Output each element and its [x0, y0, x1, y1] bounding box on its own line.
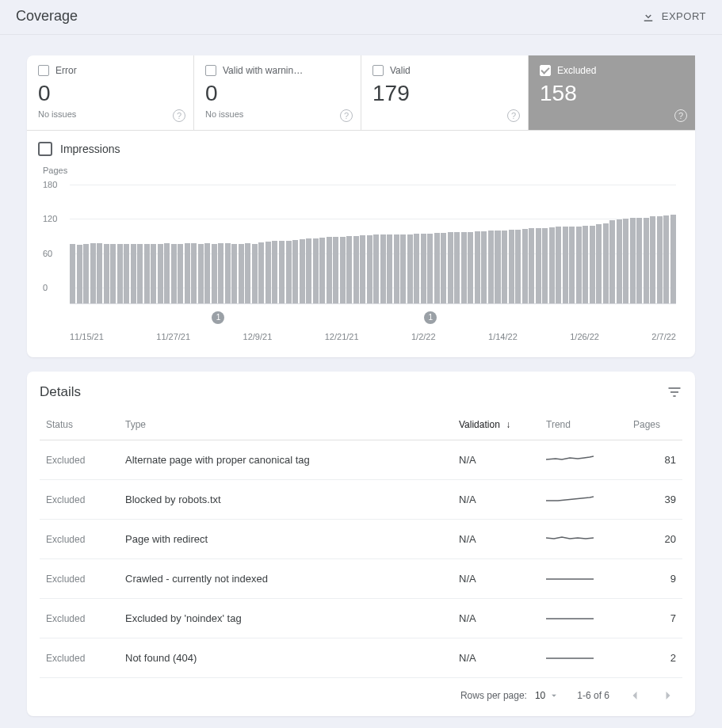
col-validation[interactable]: Validation ↓: [453, 410, 540, 440]
chart-bar[interactable]: [265, 242, 271, 303]
chart-bar[interactable]: [400, 234, 406, 303]
table-row[interactable]: Excluded Crawled - currently not indexed…: [40, 559, 682, 599]
chart-bar[interactable]: [529, 228, 534, 303]
tab-error[interactable]: Error 0 No issues ?: [27, 55, 193, 130]
table-row[interactable]: Excluded Excluded by 'noindex' tag N/A 7: [40, 599, 682, 638]
chart-bar[interactable]: [596, 224, 602, 303]
filter-icon[interactable]: [667, 384, 682, 400]
chart-bar[interactable]: [313, 238, 319, 303]
chart-bar[interactable]: [117, 244, 123, 303]
chart-bar[interactable]: [380, 234, 386, 303]
chart-bar[interactable]: [583, 226, 588, 303]
chart-bar[interactable]: [77, 245, 82, 303]
chart-bar[interactable]: [164, 243, 170, 303]
chart-bar[interactable]: [319, 238, 325, 303]
chart-bar[interactable]: [218, 243, 223, 303]
chart-bar[interactable]: [300, 239, 305, 303]
chart-bar[interactable]: [239, 244, 244, 303]
chart-bar[interactable]: [340, 237, 346, 304]
chart-bar[interactable]: [481, 231, 487, 303]
tab-valid[interactable]: Valid 179 ?: [361, 55, 528, 130]
chart-bar[interactable]: [204, 243, 210, 303]
chart-bar[interactable]: [151, 244, 156, 303]
chart-bar[interactable]: [441, 233, 446, 303]
chart-bar[interactable]: [387, 234, 392, 303]
chart-bar[interactable]: [104, 244, 109, 303]
chart-bar[interactable]: [360, 235, 365, 303]
chart-bar[interactable]: [576, 227, 582, 304]
chart-bar[interactable]: [292, 240, 298, 303]
chart-bar[interactable]: [367, 235, 372, 303]
chart-bar[interactable]: [131, 244, 136, 303]
chart-bar[interactable]: [279, 241, 285, 303]
pager-prev[interactable]: [627, 688, 643, 703]
help-icon[interactable]: ?: [340, 109, 353, 122]
chart-bar[interactable]: [231, 244, 237, 303]
chart-bar[interactable]: [158, 244, 163, 303]
chart-bar[interactable]: [327, 237, 332, 303]
chart-bar[interactable]: [144, 244, 150, 303]
chart-bar[interactable]: [178, 244, 183, 303]
pager-next[interactable]: [660, 688, 676, 703]
chart-bar[interactable]: [590, 226, 595, 303]
chart-bar[interactable]: [373, 234, 379, 303]
tab-warning[interactable]: Valid with warnin… 0 No issues ?: [193, 55, 361, 130]
chart-bar[interactable]: [137, 244, 143, 303]
chart-bar[interactable]: [97, 243, 102, 303]
col-pages[interactable]: Pages: [627, 410, 682, 440]
chart-bar[interactable]: [333, 237, 338, 304]
chart-bar[interactable]: [549, 227, 555, 303]
tab-excluded[interactable]: Excluded 158 ?: [528, 55, 695, 130]
chart-bar[interactable]: [515, 230, 521, 303]
chart-bar[interactable]: [272, 241, 277, 303]
chart-bar[interactable]: [414, 234, 419, 303]
chart-bar[interactable]: [346, 236, 352, 303]
chart-bar[interactable]: [536, 228, 541, 303]
chart-bar[interactable]: [495, 231, 500, 303]
chart-bar[interactable]: [198, 244, 204, 303]
export-button[interactable]: EXPORT: [641, 10, 706, 24]
chart-bar[interactable]: [657, 216, 663, 304]
chart-bar[interactable]: [434, 233, 440, 303]
chart-bar[interactable]: [569, 227, 575, 304]
chart-bar[interactable]: [252, 244, 258, 303]
chart-bar[interactable]: [522, 229, 528, 303]
chart-bar[interactable]: [650, 216, 655, 303]
chart-bar[interactable]: [636, 218, 642, 303]
col-trend[interactable]: Trend: [540, 410, 627, 440]
chart-bar[interactable]: [124, 244, 129, 303]
table-row[interactable]: Excluded Not found (404) N/A 2: [40, 638, 682, 678]
chart-bar[interactable]: [83, 244, 89, 303]
table-row[interactable]: Excluded Blocked by robots.txt N/A 39: [40, 480, 682, 520]
chart-event-marker[interactable]: 1: [212, 311, 224, 324]
table-row[interactable]: Excluded Alternate page with proper cano…: [40, 440, 682, 480]
chart-bar[interactable]: [353, 236, 359, 303]
chart-bar[interactable]: [461, 232, 467, 303]
chart-bar[interactable]: [542, 228, 548, 303]
chart-bar[interactable]: [644, 218, 649, 303]
chart-bar[interactable]: [475, 231, 480, 303]
chart-bar[interactable]: [225, 243, 231, 303]
chart-bar[interactable]: [630, 218, 636, 303]
chart-bar[interactable]: [448, 232, 453, 303]
help-icon[interactable]: ?: [674, 109, 687, 122]
chart-bar[interactable]: [286, 241, 292, 303]
chart-bar[interactable]: [623, 219, 628, 303]
chart-bar[interactable]: [556, 227, 561, 303]
chart-bar[interactable]: [110, 244, 116, 303]
chart-bar[interactable]: [306, 238, 311, 303]
chart-bar[interactable]: [468, 232, 473, 303]
chart-bar[interactable]: [509, 230, 514, 303]
chart-bar[interactable]: [488, 231, 494, 303]
chart-bar[interactable]: [212, 244, 217, 303]
table-row[interactable]: Excluded Page with redirect N/A 20: [40, 520, 682, 559]
chart-bar[interactable]: [171, 244, 177, 303]
chart-bar[interactable]: [502, 231, 507, 303]
chart-event-marker[interactable]: 1: [424, 311, 437, 324]
chart-bar[interactable]: [245, 243, 250, 303]
chart-bar[interactable]: [427, 234, 433, 303]
chart-bar[interactable]: [454, 232, 460, 303]
chart-bar[interactable]: [70, 244, 75, 303]
chart-bar[interactable]: [603, 223, 609, 303]
chart-bar[interactable]: [191, 243, 197, 303]
